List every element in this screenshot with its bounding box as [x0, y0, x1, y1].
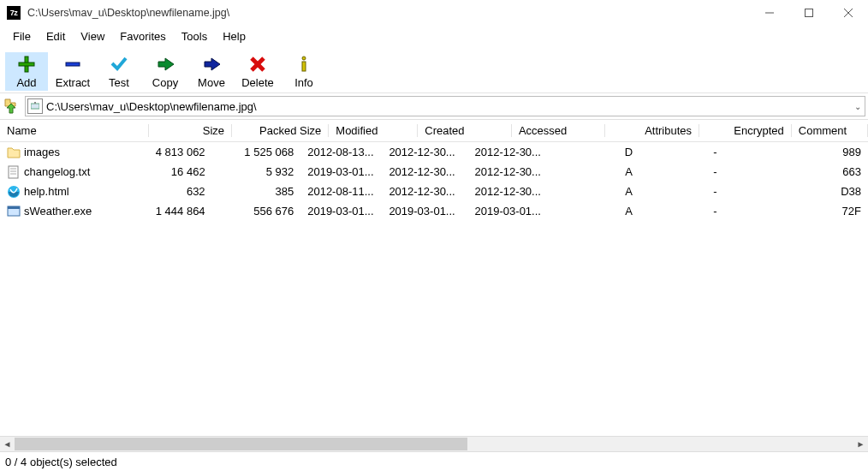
table-row[interactable]: help.html6323852012-08-11...2012-12-30..… — [0, 182, 868, 201]
cell-crc: 989 — [794, 146, 868, 158]
svg-marker-17 — [8, 148, 20, 158]
cell-accessed: 2012-12-30... — [468, 165, 554, 178]
table-row[interactable]: images4 813 0621 525 0682012-08-13...201… — [0, 142, 868, 162]
horizontal-scrollbar[interactable]: ◄ ► — [0, 436, 868, 451]
cell-packed-size: 556 676 — [212, 205, 301, 218]
scroll-right-icon[interactable]: ► — [853, 438, 868, 450]
chevron-down-icon[interactable]: ⌄ — [854, 102, 861, 111]
cell-packed-size: 1 525 068 — [212, 146, 301, 158]
file-area[interactable]: images4 813 0621 525 0682012-08-13...201… — [0, 142, 868, 436]
scroll-track[interactable] — [15, 438, 853, 450]
close-button[interactable] — [829, 0, 868, 26]
col-size[interactable]: Size — [149, 124, 232, 137]
plus-icon — [17, 54, 36, 75]
cell-attributes: A — [554, 185, 639, 198]
svg-rect-6 — [66, 63, 80, 66]
cell-attributes: A — [554, 165, 639, 178]
menu-favorites[interactable]: Favorites — [112, 27, 173, 45]
menu-edit[interactable]: Edit — [39, 27, 73, 45]
txt-icon — [7, 165, 21, 179]
archive-icon — [27, 98, 43, 114]
column-headers: Name Size Packed Size Modified Created A… — [0, 120, 868, 142]
cell-crc: 72F — [794, 205, 868, 218]
statusbar: 0 / 4 object(s) selected — [0, 451, 868, 471]
file-list: Name Size Packed Size Modified Created A… — [0, 119, 868, 451]
cell-size: 632 — [136, 185, 211, 198]
titlebar: 7z C:\Users\mav_u\Desktop\newfilename.jp… — [0, 0, 868, 26]
toolbar-label: Copy — [152, 76, 178, 89]
cell-name: help.html — [0, 185, 136, 199]
cell-packed-size: 5 932 — [212, 165, 301, 178]
toolbar: Add Extract Test Copy Move Delete Info — [0, 47, 868, 92]
cell-name: images — [0, 146, 136, 159]
path-input[interactable]: C:\Users\mav_u\Desktop\newfilename.jpg\ … — [25, 96, 865, 116]
cell-attributes: D — [554, 146, 639, 158]
up-button[interactable] — [3, 97, 21, 116]
svg-marker-7 — [158, 58, 174, 70]
cell-accessed: 2019-03-01... — [468, 205, 554, 218]
table-row[interactable]: changelog.txt16 4625 9322019-03-01...201… — [0, 162, 868, 182]
add-button[interactable]: Add — [5, 52, 48, 91]
address-bar: C:\Users\mav_u\Desktop\newfilename.jpg\ … — [0, 92, 868, 119]
maximize-button[interactable] — [789, 0, 829, 26]
col-attributes[interactable]: Attributes — [605, 124, 699, 137]
col-modified[interactable]: Modified — [329, 124, 418, 137]
copy-button[interactable]: Copy — [144, 52, 187, 91]
path-text: C:\Users\mav_u\Desktop\newfilename.jpg\ — [46, 100, 257, 113]
minus-icon — [63, 54, 82, 75]
svg-rect-12 — [302, 62, 306, 71]
arrow-right-green-icon — [156, 54, 175, 75]
delete-button[interactable]: Delete — [236, 52, 279, 91]
toolbar-label: Info — [294, 76, 313, 89]
cell-attributes: A — [554, 205, 639, 218]
scroll-left-icon[interactable]: ◄ — [0, 438, 15, 450]
col-name[interactable]: Name — [0, 124, 149, 137]
move-button[interactable]: Move — [190, 52, 233, 91]
cell-modified: 2012-08-13... — [300, 146, 382, 158]
col-accessed[interactable]: Accessed — [512, 124, 606, 137]
file-name: changelog.txt — [24, 165, 90, 178]
minimize-button[interactable] — [750, 0, 789, 26]
col-created[interactable]: Created — [418, 124, 512, 137]
app-icon: 7z — [7, 6, 21, 20]
cell-modified: 2019-03-01... — [300, 165, 382, 178]
info-icon — [294, 54, 313, 75]
cell-packed-size: 385 — [212, 185, 301, 198]
menu-tools[interactable]: Tools — [174, 27, 215, 45]
table-row[interactable]: sWeather.exe1 444 864556 6762019-03-01..… — [0, 201, 868, 221]
toolbar-label: Move — [198, 76, 225, 89]
cell-name: sWeather.exe — [0, 205, 136, 218]
toolbar-label: Extract — [56, 76, 90, 89]
file-name: help.html — [24, 185, 69, 198]
cell-encrypted: - — [639, 185, 724, 198]
menu-help[interactable]: Help — [215, 27, 253, 45]
cell-created: 2012-12-30... — [382, 165, 467, 178]
exe-icon — [7, 205, 21, 218]
cell-encrypted: - — [639, 205, 724, 218]
col-comment[interactable]: Comment — [792, 124, 868, 137]
menu-view[interactable]: View — [73, 27, 112, 45]
window-title: C:\Users\mav_u\Desktop\newfilename.jpg\ — [27, 7, 750, 19]
col-encrypted[interactable]: Encrypted — [699, 124, 792, 137]
arrow-right-blue-icon — [202, 54, 221, 75]
html-icon — [7, 185, 21, 199]
col-packed-size[interactable]: Packed Size — [232, 124, 329, 137]
svg-rect-18 — [9, 166, 18, 178]
cell-encrypted: - — [639, 146, 724, 158]
menu-file[interactable]: File — [5, 27, 39, 45]
cell-crc: D38 — [794, 185, 868, 198]
toolbar-label: Test — [109, 76, 129, 89]
cell-encrypted: - — [639, 165, 724, 178]
cell-crc: 663 — [794, 165, 868, 178]
info-button[interactable]: Info — [282, 52, 325, 91]
extract-button[interactable]: Extract — [51, 52, 94, 91]
cell-created: 2012-12-30... — [382, 146, 467, 158]
file-name: sWeather.exe — [24, 205, 92, 218]
svg-rect-16 — [34, 102, 36, 104]
test-button[interactable]: Test — [98, 52, 140, 91]
folder-icon — [7, 146, 21, 159]
cell-size: 1 444 864 — [136, 205, 211, 218]
scroll-thumb[interactable] — [15, 438, 467, 450]
cell-name: changelog.txt — [0, 165, 136, 179]
cell-created: 2012-12-30... — [382, 185, 467, 198]
